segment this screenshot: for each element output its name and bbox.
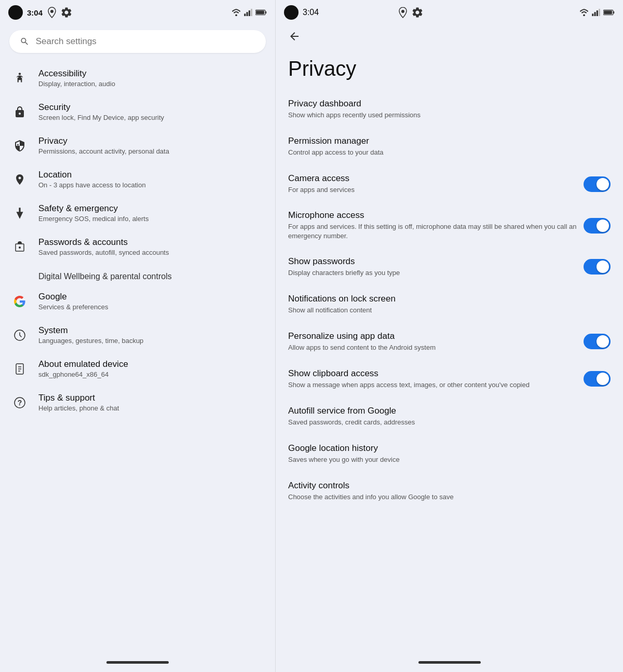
safety-text: Safety & emergency Emergency SOS, medica… [38,203,148,223]
privacy-list: Privacy dashboard Show which apps recent… [276,91,623,655]
gear-icon [60,6,73,19]
settings-item-tips[interactable]: ? Tips & support Help articles, phone & … [3,386,272,419]
wifi-icon [232,9,241,16]
google-text: Google Services & preferences [38,292,108,311]
clipboard-toggle[interactable] [584,371,611,387]
tips-text: Tips & support Help articles, phone & ch… [38,393,119,412]
permission-manager-subtitle: Control app access to your data [288,148,604,157]
left-time: 3:04 [27,8,43,17]
right-gear-icon [411,6,424,19]
privacy-item-activity-controls[interactable]: Activity controls Choose the activities … [280,472,619,510]
settings-item-passwords[interactable]: Passwords & accounts Saved passwords, au… [3,230,272,264]
settings-item-accessibility[interactable]: Accessibility Display, interaction, audi… [3,61,272,95]
safety-title: Safety & emergency [38,203,148,214]
security-title: Security [38,102,164,113]
settings-item-system[interactable]: System Languages, gestures, time, backup [3,318,272,352]
search-bar[interactable] [9,30,266,53]
section-label-digital-wellbeing[interactable]: Digital Wellbeing & parental controls [3,264,272,284]
location-history-title: Google location history [288,443,604,454]
settings-list: Accessibility Display, interaction, audi… [0,61,275,655]
notifications-lock-title: Notifications on lock screen [288,294,604,304]
google-title: Google [38,292,108,302]
accessibility-icon [10,69,29,88]
right-panel: 3:04 [275,0,623,672]
personalize-toggle[interactable] [584,334,611,349]
right-time: 3:04 [303,8,319,17]
svg-rect-28 [604,10,612,14]
privacy-item-autofill[interactable]: Autofill service from Google Saved passw… [280,397,619,435]
activity-controls-text: Activity controls Choose the activities … [288,481,611,502]
location-title: Location [38,170,146,180]
location-dot-icon [46,6,58,19]
left-nav-bar [0,655,275,672]
camera-title: Camera access [288,173,577,184]
privacy-item-notifications-lock[interactable]: Notifications on lock screen Show all no… [280,285,619,323]
right-nav-indicator [418,661,481,664]
search-input[interactable] [36,36,255,47]
settings-item-safety[interactable]: Safety & emergency Emergency SOS, medica… [3,196,272,230]
back-button[interactable] [284,28,615,48]
security-subtitle: Screen lock, Find My Device, app securit… [38,114,164,121]
notifications-lock-subtitle: Show all notification content [288,306,604,315]
privacy-item-dashboard[interactable]: Privacy dashboard Show which apps recent… [280,91,619,128]
security-text: Security Screen lock, Find My Device, ap… [38,102,164,121]
settings-item-privacy[interactable]: Privacy Permissions, account activity, p… [3,129,272,162]
svg-point-0 [50,10,53,13]
notifications-lock-text: Notifications on lock screen Show all no… [288,294,611,315]
right-status-right [579,9,615,16]
settings-item-google[interactable]: Google Services & preferences [3,284,272,318]
camera-text: Camera access For apps and services [288,173,584,195]
svg-rect-24 [597,10,598,16]
settings-item-about[interactable]: About emulated device sdk_gphone64_x86_6… [3,352,272,386]
about-icon [10,360,29,378]
privacy-item-clipboard[interactable]: Show clipboard access Show a message whe… [280,360,619,397]
svg-rect-7 [265,11,266,14]
settings-item-security[interactable]: Security Screen lock, Find My Device, ap… [3,95,272,129]
passwords-subtitle: Saved passwords, autofill, synced accoun… [38,249,169,256]
microphone-title: Microphone access [288,210,577,221]
settings-item-location[interactable]: Location On - 3 apps have access to loca… [3,162,272,196]
right-status-bar: 3:04 [276,0,623,25]
microphone-toggle[interactable] [584,218,611,234]
activity-controls-subtitle: Choose the activities and info you allow… [288,492,604,502]
svg-rect-8 [256,10,264,14]
activity-controls-title: Activity controls [288,481,604,491]
show-passwords-text: Show passwords Display characters briefl… [288,256,584,278]
privacy-title-left: Privacy [38,136,169,146]
personalize-text: Personalize using app data Allow apps to… [288,331,584,352]
left-status-right [232,9,267,16]
clipboard-subtitle: Show a message when apps access text, im… [288,380,577,390]
location-history-text: Google location history Saves where you … [288,443,611,464]
back-button-container [276,25,623,51]
autofill-text: Autofill service from Google Saved passw… [288,406,611,427]
svg-rect-22 [592,13,593,16]
privacy-item-camera[interactable]: Camera access For apps and services [280,166,619,203]
tips-title: Tips & support [38,393,119,403]
privacy-icon [10,136,29,155]
camera-subtitle: For apps and services [288,185,577,195]
emergency-icon [10,204,29,223]
privacy-item-microphone[interactable]: Microphone access For apps and services.… [280,203,619,248]
privacy-item-personalize[interactable]: Personalize using app data Allow apps to… [280,323,619,360]
left-status-bar: 3:04 [0,0,275,25]
privacy-item-permission-manager[interactable]: Permission manager Control app access to… [280,128,619,166]
camera-toggle[interactable] [584,176,611,192]
permission-manager-text: Permission manager Control app access to… [288,136,611,157]
tips-icon: ? [10,393,29,412]
lock-icon [10,103,29,121]
svg-point-21 [583,14,585,16]
accessibility-title: Accessibility [38,68,115,79]
google-subtitle: Services & preferences [38,303,108,311]
svg-point-1 [235,14,237,16]
privacy-item-location-history[interactable]: Google location history Saves where you … [280,435,619,472]
show-passwords-toggle[interactable] [584,259,611,275]
passwords-icon [10,238,29,256]
location-subtitle: On - 3 apps have access to location [38,181,146,189]
search-icon [20,36,30,47]
privacy-item-show-passwords[interactable]: Show passwords Display characters briefl… [280,248,619,285]
left-nav-indicator [106,661,169,664]
svg-rect-3 [247,12,248,16]
personalize-title: Personalize using app data [288,331,577,341]
left-status-icons [46,6,73,19]
microphone-text: Microphone access For apps and services.… [288,210,584,241]
